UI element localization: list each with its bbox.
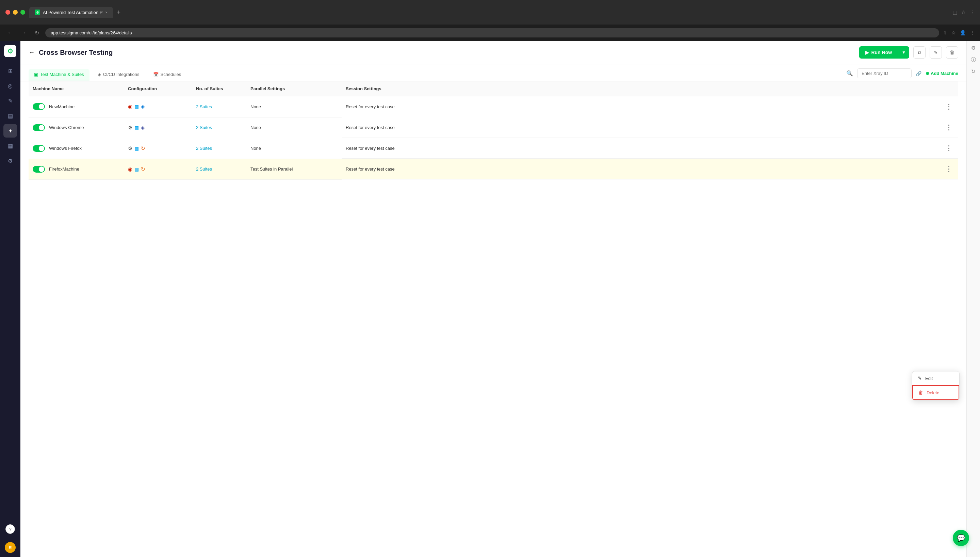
machine-toggle-3[interactable]: [32, 145, 45, 152]
address-input[interactable]: [45, 28, 939, 37]
new-tab-btn[interactable]: +: [114, 8, 123, 17]
suites-cell[interactable]: 2 Suites: [192, 159, 247, 179]
reload-nav-btn[interactable]: ↻: [32, 28, 41, 37]
table-row: Windows Firefox ⚙ ▩ ↻ 2 Suites None Rese…: [29, 138, 958, 159]
star-icon[interactable]: ☆: [951, 30, 956, 36]
sidebar: ⚙ ⊞ ◎ ✎ ▤ ✦ ▦ ⚙ ? R: [0, 41, 20, 557]
machine-toggle-1[interactable]: [32, 103, 45, 110]
more-options-btn-2[interactable]: ⋮: [943, 122, 954, 132]
machine-name-label: Windows Chrome: [49, 125, 84, 130]
rp-settings-icon[interactable]: ⚙: [971, 45, 975, 51]
sidebar-item-edit[interactable]: ✎: [3, 94, 17, 107]
plus-circle-icon: ⊕: [926, 71, 929, 76]
machine-name-cell: FirefoxMachine: [29, 159, 124, 179]
share-icon[interactable]: ⇧: [943, 30, 948, 36]
sidebar-item-files[interactable]: ▤: [3, 109, 17, 122]
sidebar-logo[interactable]: ⚙: [4, 45, 16, 57]
user-avatar[interactable]: R: [5, 542, 16, 553]
machines-table: Machine Name Configuration No. of Suites…: [29, 81, 958, 180]
sidebar-item-settings[interactable]: ⚙: [3, 154, 17, 168]
table-row: FirefoxMachine ◉ ▩ ↻ 2 Suites Test Suite…: [29, 159, 958, 179]
calendar-icon: 📅: [153, 72, 159, 77]
session-settings-cell: Reset for every test case ⋮: [342, 159, 958, 179]
profile-icon[interactable]: 👤: [960, 30, 966, 36]
parallel-settings-cell: None: [247, 138, 342, 159]
add-machine-button[interactable]: ⊕ Add Machine: [926, 71, 958, 76]
copy-button[interactable]: ⧉: [913, 46, 926, 59]
traffic-lights: [5, 10, 25, 15]
parallel-settings-cell: None: [247, 117, 342, 138]
extensions-icon[interactable]: ⬚: [953, 10, 957, 15]
page-title: Cross Browser Testing: [39, 49, 113, 57]
th-configuration: Configuration: [124, 81, 192, 96]
tab-title: AI Powered Test Automation P: [43, 10, 102, 15]
suites-link[interactable]: 2 Suites: [196, 125, 212, 130]
machine-toggle-2[interactable]: [32, 124, 45, 131]
session-settings-cell: Reset for every test case ⋮: [342, 138, 958, 159]
suites-cell[interactable]: 2 Suites: [192, 96, 247, 117]
edit-button[interactable]: ✎: [930, 46, 942, 59]
address-bar: ← → ↻ ⇧ ☆ 👤 ⋮: [0, 24, 980, 41]
suites-cell[interactable]: 2 Suites: [192, 138, 247, 159]
delete-button[interactable]: 🗑: [946, 46, 958, 59]
machine-toggle-4[interactable]: [32, 166, 45, 173]
sidebar-item-plans[interactable]: ✦: [3, 124, 17, 138]
browser-action-icons: ⬚ ☆ ⋮: [953, 10, 975, 15]
run-icon: ▶: [865, 50, 869, 55]
xray-id-input[interactable]: [857, 68, 912, 78]
chat-icon: 💬: [957, 534, 965, 542]
menu-icon[interactable]: ⋮: [970, 30, 975, 36]
back-button[interactable]: ←: [29, 49, 35, 56]
pencil-icon: ✎: [8, 98, 13, 104]
suites-link[interactable]: 2 Suites: [196, 146, 212, 151]
chevron-down-icon: ▼: [902, 50, 906, 55]
context-menu: ✎ Edit 🗑 Delete: [912, 371, 960, 401]
tab-close-btn[interactable]: ×: [105, 10, 107, 14]
maximize-traffic-light[interactable]: [20, 10, 25, 15]
tab-schedules[interactable]: 📅 Schedules: [148, 69, 187, 80]
minimize-traffic-light[interactable]: [13, 10, 18, 15]
page-header: ← Cross Browser Testing ▶ Run Now ▼ ⧉: [20, 41, 966, 64]
rp-history-icon[interactable]: ↻: [971, 68, 975, 75]
machine-name-cell: NewMachine: [29, 96, 124, 117]
help-button[interactable]: ?: [5, 524, 15, 534]
plans-icon: ✦: [8, 128, 13, 134]
sidebar-item-dashboard[interactable]: ⊞: [3, 64, 17, 78]
tab-test-machine-suites[interactable]: ▣ Test Machine & Suites: [29, 69, 89, 80]
forward-nav-btn[interactable]: →: [19, 28, 29, 37]
delete-menu-icon: 🗑: [918, 390, 923, 395]
run-now-btn-group: ▶ Run Now ▼: [859, 46, 909, 59]
table-header-row: Machine Name Configuration No. of Suites…: [29, 81, 958, 96]
tab-cicd-integrations[interactable]: ◈ CI/CD Integrations: [92, 69, 145, 80]
run-dropdown-button[interactable]: ▼: [898, 46, 909, 59]
settings-icon[interactable]: ⋮: [970, 10, 975, 15]
question-icon: ?: [9, 527, 11, 532]
active-tab[interactable]: ⚙ AI Powered Test Automation P ×: [29, 7, 113, 18]
suites-cell[interactable]: 2 Suites: [192, 117, 247, 138]
suites-link[interactable]: 2 Suites: [196, 166, 212, 172]
link-icon[interactable]: 🔗: [916, 71, 922, 76]
context-menu-delete[interactable]: 🗑 Delete: [912, 385, 959, 400]
more-options-btn-1[interactable]: ⋮: [943, 102, 954, 111]
machine-icon: ▣: [34, 72, 38, 77]
rp-info-icon[interactable]: ⓘ: [971, 57, 976, 63]
more-options-btn-4[interactable]: ⋮: [943, 164, 954, 174]
sidebar-item-reports[interactable]: ▦: [3, 139, 17, 153]
context-menu-edit[interactable]: ✎ Edit: [912, 371, 959, 385]
bookmark-icon[interactable]: ☆: [961, 10, 966, 15]
tabs-actions: 🔍 🔗 ⊕ Add Machine: [846, 68, 958, 81]
suites-link[interactable]: 2 Suites: [196, 104, 212, 109]
machine-name-label: FirefoxMachine: [49, 166, 79, 172]
run-now-button[interactable]: ▶ Run Now: [859, 46, 898, 59]
sidebar-item-analytics[interactable]: ◎: [3, 79, 17, 93]
chat-fab-button[interactable]: 💬: [953, 530, 969, 546]
more-options-btn-3[interactable]: ⋮: [943, 143, 954, 153]
session-settings-cell: Reset for every test case ⋮: [342, 96, 958, 117]
bar-chart-icon: ▦: [8, 143, 13, 149]
th-machine-name: Machine Name: [29, 81, 124, 96]
close-traffic-light[interactable]: [5, 10, 10, 15]
back-nav-btn[interactable]: ←: [5, 28, 15, 37]
search-icon[interactable]: 🔍: [846, 70, 853, 77]
session-settings-cell: Reset for every test case ⋮: [342, 117, 958, 138]
copy-icon: ⧉: [918, 50, 921, 55]
